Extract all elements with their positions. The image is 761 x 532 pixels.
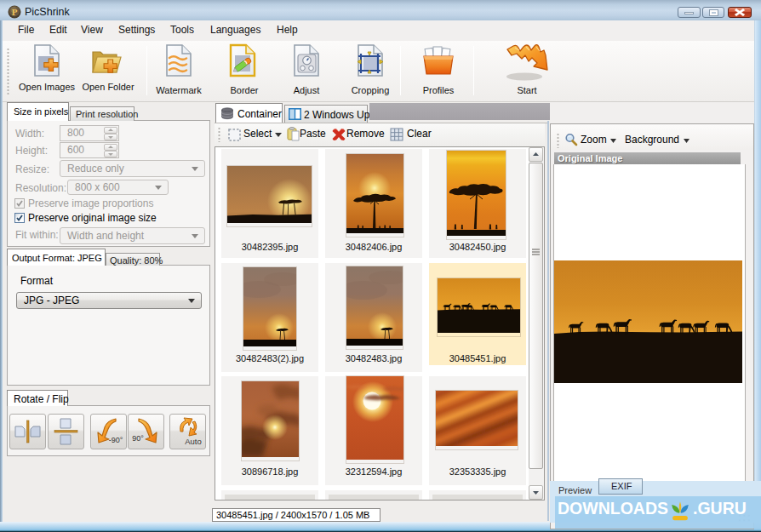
svg-text:Auto: Auto — [185, 437, 202, 446]
svg-text:-90°: -90° — [109, 436, 123, 444]
svg-text:90°: 90° — [132, 434, 144, 443]
svg-text:P: P — [12, 7, 18, 17]
